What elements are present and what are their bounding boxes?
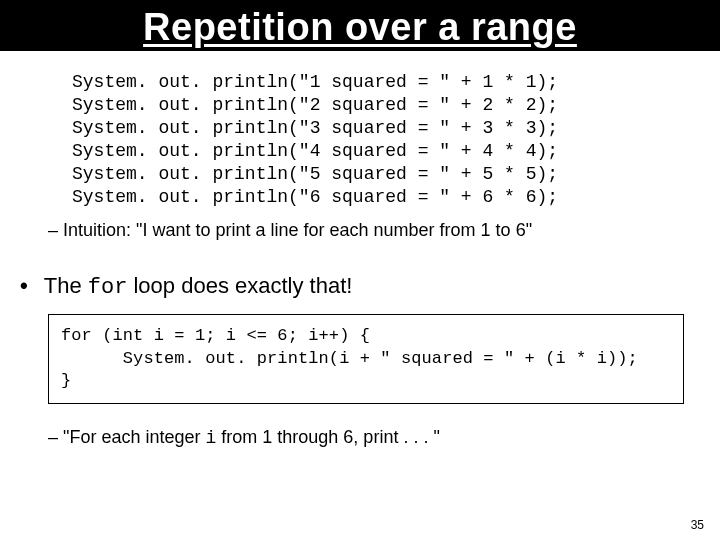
variable-i: i xyxy=(205,428,216,448)
sub-bullet: – "For each integer i from 1 through 6, … xyxy=(48,426,700,450)
slide-title: Repetition over a range xyxy=(143,6,577,48)
page-number: 35 xyxy=(691,518,704,532)
slide: Repetition over a range System. out. pri… xyxy=(0,0,720,540)
sub-text-prefix: – "For each integer xyxy=(48,427,205,447)
sub-text-suffix: from 1 through 6, print . . . " xyxy=(216,427,440,447)
code-block-repeated-println: System. out. println("1 squared = " + 1 … xyxy=(72,71,660,209)
intuition-line: – Intuition: "I want to print a line for… xyxy=(48,219,700,242)
intuition-text: – Intuition: "I want to print a line for… xyxy=(48,220,532,240)
bullet-dot: • xyxy=(20,273,38,299)
main-text-suffix: loop does exactly that! xyxy=(127,273,352,298)
for-keyword: for xyxy=(88,275,128,300)
title-bar: Repetition over a range xyxy=(0,0,720,51)
main-text-prefix: The xyxy=(44,273,88,298)
code-block-for-loop: for (int i = 1; i <= 6; i++) { System. o… xyxy=(48,314,684,405)
main-bullet: • The for loop does exactly that! xyxy=(20,273,700,300)
